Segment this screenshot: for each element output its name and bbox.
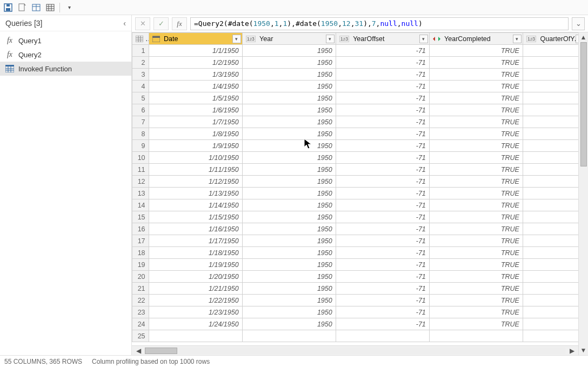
cell-date[interactable]: 1/21/1950 [149, 283, 242, 295]
scroll-right-icon[interactable]: ▶ [567, 347, 576, 355]
cell-year[interactable]: 1950 [242, 306, 336, 318]
cell-year[interactable]: 1950 [242, 81, 336, 92]
cell-date[interactable]: 1/2/1950 [149, 57, 242, 69]
row-number-cell[interactable]: 7 [132, 116, 149, 128]
table-row[interactable]: 171/17/19501950-71TRUE [132, 235, 579, 247]
cell-date[interactable]: 1/13/1950 [149, 188, 242, 199]
cell-quarterofyear[interactable] [523, 259, 578, 271]
table-row[interactable]: 11/1/19501950-71TRUE [132, 45, 579, 57]
cell-date[interactable]: 1/11/1950 [149, 164, 242, 176]
cell-yearoffset[interactable]: -71 [336, 116, 429, 128]
cell-date[interactable]: 1/20/1950 [149, 271, 242, 283]
new-source-icon[interactable] [17, 3, 27, 12]
row-number-cell[interactable]: 11 [132, 164, 149, 176]
table-row[interactable]: 141/14/19501950-71TRUE [132, 199, 579, 211]
cell-quarterofyear[interactable] [523, 164, 578, 176]
table-row[interactable]: 181/18/19501950-71TRUE [132, 247, 579, 259]
column-header-year[interactable]: 123 Year▾ [242, 33, 336, 45]
cell-yearoffset[interactable]: -71 [336, 140, 429, 152]
cell-year[interactable]: 1950 [242, 140, 336, 152]
hscroll-thumb[interactable] [145, 348, 177, 354]
cell-date[interactable]: 1/1/1950 [149, 45, 242, 57]
query-item-query2[interactable]: fxQuery2 [0, 48, 131, 62]
collapse-queries-icon[interactable]: ‹ [123, 19, 126, 28]
row-number-cell[interactable]: 3 [132, 69, 149, 81]
cell-yearcompleted[interactable]: TRUE [429, 259, 523, 271]
cell-quarterofyear[interactable] [523, 283, 578, 295]
cell-yearoffset[interactable]: -71 [336, 45, 429, 57]
fx-icon[interactable]: fx [172, 17, 187, 30]
cell-quarterofyear[interactable] [523, 223, 578, 235]
cell-yearcompleted[interactable]: TRUE [429, 271, 523, 283]
formula-commit-button[interactable]: ✓ [153, 17, 169, 30]
cell-quarterofyear[interactable] [523, 128, 578, 140]
cell-year[interactable]: 1950 [242, 271, 336, 283]
cell-yearoffset[interactable]: -71 [336, 152, 429, 164]
cell-yearcompleted[interactable]: TRUE [429, 45, 523, 57]
cell-yearcompleted[interactable]: TRUE [429, 199, 523, 211]
row-number-cell[interactable]: 13 [132, 188, 149, 199]
cell-date[interactable]: 1/15/1950 [149, 211, 242, 223]
cell-yearcompleted[interactable]: TRUE [429, 235, 523, 247]
cell-year[interactable]: 1950 [242, 199, 336, 211]
row-number-cell[interactable]: 22 [132, 295, 149, 306]
row-number-cell[interactable]: 4 [132, 81, 149, 92]
cell-year[interactable]: 1950 [242, 69, 336, 81]
cell-quarterofyear[interactable] [523, 57, 578, 69]
cell-quarterofyear[interactable] [523, 199, 578, 211]
cell-date[interactable]: 1/14/1950 [149, 199, 242, 211]
cell-year[interactable]: 1950 [242, 152, 336, 164]
cell-yearoffset[interactable]: -71 [336, 211, 429, 223]
cell-year[interactable]: 1950 [242, 176, 336, 188]
row-number-cell[interactable]: 16 [132, 223, 149, 235]
cell-date[interactable]: 1/5/1950 [149, 92, 242, 104]
formula-expand-icon[interactable]: ⌄ [572, 17, 585, 30]
enter-data-icon[interactable] [31, 3, 41, 12]
column-header-yearcompleted[interactable]: YearCompleted▾ [429, 33, 523, 45]
row-number-header[interactable] [132, 33, 149, 45]
cell-yearoffset[interactable]: -71 [336, 271, 429, 283]
row-number-cell[interactable]: 12 [132, 176, 149, 188]
cell-yearoffset[interactable]: -71 [336, 57, 429, 69]
cell-yearcompleted[interactable]: TRUE [429, 92, 523, 104]
cell-date[interactable] [149, 330, 242, 342]
cell-yearcompleted[interactable]: TRUE [429, 306, 523, 318]
table-row[interactable]: 131/13/19501950-71TRUE [132, 188, 579, 199]
cell-date[interactable]: 1/7/1950 [149, 116, 242, 128]
query-item-query1[interactable]: fxQuery1 [0, 34, 131, 48]
column-filter-icon[interactable]: ▾ [419, 35, 428, 43]
cell-year[interactable]: 1950 [242, 128, 336, 140]
cell-yearoffset[interactable]: -71 [336, 188, 429, 199]
cell-quarterofyear[interactable] [523, 247, 578, 259]
cell-year[interactable]: 1950 [242, 45, 336, 57]
cell-quarterofyear[interactable] [523, 235, 578, 247]
table-row[interactable]: 101/10/19501950-71TRUE [132, 152, 579, 164]
table-row[interactable]: 51/5/19501950-71TRUE [132, 92, 579, 104]
table-row[interactable]: 221/22/19501950-71TRUE [132, 295, 579, 306]
table-row[interactable]: 91/9/19501950-71TRUE [132, 140, 579, 152]
row-number-cell[interactable]: 24 [132, 318, 149, 330]
cell-yearcompleted[interactable]: TRUE [429, 69, 523, 81]
cell-yearcompleted[interactable]: TRUE [429, 152, 523, 164]
cell-yearcompleted[interactable]: TRUE [429, 128, 523, 140]
cell-quarterofyear[interactable] [523, 295, 578, 306]
cell-yearcompleted[interactable]: TRUE [429, 164, 523, 176]
cell-date[interactable]: 1/19/1950 [149, 259, 242, 271]
cell-year[interactable]: 1950 [242, 259, 336, 271]
cell-quarterofyear[interactable] [523, 188, 578, 199]
cell-quarterofyear[interactable] [523, 116, 578, 128]
column-header-yearoffset[interactable]: 123 YearOffset▾ [336, 33, 429, 45]
cell-yearcompleted[interactable]: TRUE [429, 223, 523, 235]
table-row[interactable]: 41/4/19501950-71TRUE [132, 81, 579, 92]
formula-input[interactable]: = Query2(#date(1950, 1, 1), #date(1950, … [190, 17, 569, 30]
cell-quarterofyear[interactable] [523, 211, 578, 223]
cell-yearoffset[interactable]: -71 [336, 295, 429, 306]
cell-date[interactable]: 1/12/1950 [149, 176, 242, 188]
formula-cancel-button[interactable]: ✕ [135, 17, 150, 30]
cell-yearcompleted[interactable]: TRUE [429, 188, 523, 199]
horizontal-scrollbar[interactable]: ◀ ▶ [132, 345, 578, 355]
cell-quarterofyear[interactable] [523, 318, 578, 330]
row-number-cell[interactable]: 23 [132, 306, 149, 318]
cell-date[interactable]: 1/23/1950 [149, 306, 242, 318]
column-filter-icon[interactable]: ▾ [513, 35, 522, 43]
